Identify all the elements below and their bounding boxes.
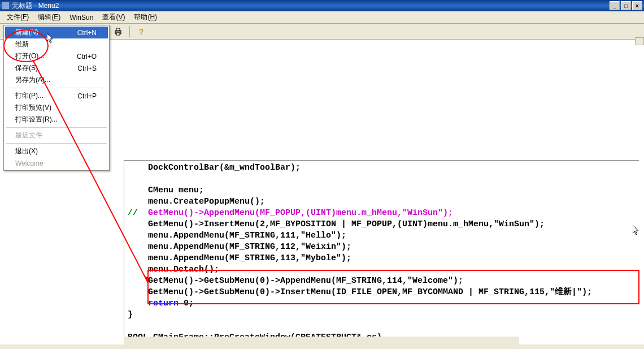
app-icon [2, 2, 10, 10]
menu-save-shortcut: Ctrl+S [77, 64, 97, 72]
code-comment: // [128, 208, 148, 218]
menu-printpreview-label: 打印预览(V) [15, 103, 97, 113]
toolbar-separator [129, 26, 130, 37]
menu-saveas[interactable]: 另存为(A)... [5, 74, 108, 86]
menu-exit-label: 退出(X) [15, 147, 97, 156]
menu-recent-label: 最近文件 [15, 131, 97, 140]
menu-saveas-label: 另存为(A)... [15, 75, 97, 85]
code-keyword: return [148, 299, 179, 308]
menu-print-label: 打印(P)... [15, 91, 77, 101]
menu-view[interactable]: 查看(V) [98, 11, 129, 23]
code-line [128, 299, 148, 308]
help-button[interactable]: ? [135, 25, 147, 38]
menu-file[interactable]: 文件(F) [2, 11, 33, 23]
menu-open-label: 打开(O)... [15, 51, 77, 61]
code-line: menu.AppendMenu(MF_STRING,113,"Mybole"); [128, 253, 351, 263]
menu-recent: 最近文件 [5, 130, 108, 141]
menu-save[interactable]: 保存(S) Ctrl+S [5, 62, 108, 74]
file-menu-dropdown: 新建(N) Ctrl+N 维新 打开(O)... Ctrl+O 保存(S) Ct… [3, 25, 110, 171]
code-line: menu.CreatePopupMenu(); [128, 197, 265, 206]
menu-winsun[interactable]: WinSun [65, 12, 98, 23]
code-line: } [128, 310, 133, 320]
window-buttons: _ □ × [610, 1, 642, 10]
help-icon: ? [137, 27, 146, 36]
menu-print-shortcut: Ctrl+P [77, 92, 97, 100]
menu-weixin-label: 维新 [15, 40, 97, 49]
menu-edit[interactable]: 编辑(E) [33, 11, 65, 23]
code-line: GetMenu()->GetSubMenu(0)->InsertMenu(ID_… [128, 287, 592, 297]
menu-print[interactable]: 打印(P)... Ctrl+P [5, 90, 108, 102]
code-line: GetMenu()->GetSubMenu(0)->AppendMenu(MF_… [128, 276, 463, 286]
svg-rect-1 [116, 28, 120, 31]
window-title: 无标题 - Menu2 [12, 1, 610, 11]
menu-new-shortcut: Ctrl+N [77, 29, 97, 37]
menu-help[interactable]: 帮助(H) [129, 11, 162, 23]
code-line: menu.Detach(); [128, 265, 219, 274]
menu-weixin[interactable]: 维新 [5, 38, 108, 50]
code-editor[interactable]: DockControlBar(&m_wndToolBar); CMenu men… [124, 160, 639, 339]
code-line: CMenu menu; [128, 186, 204, 195]
menu-welcome: Welcome [5, 157, 108, 169]
svg-rect-2 [116, 33, 120, 35]
menu-save-label: 保存(S) [15, 63, 77, 73]
menu-separator [6, 88, 107, 88]
menu-printsetup[interactable]: 打印设置(R)... [5, 114, 108, 126]
scroll-up-button[interactable] [635, 37, 644, 45]
print-button[interactable] [112, 25, 124, 38]
code-line: menu.AppendMenu(MF_STRING,112,"Weixin"); [128, 242, 351, 252]
status-bar [0, 344, 644, 349]
svg-text:?: ? [139, 27, 144, 36]
menu-open-shortcut: Ctrl+O [77, 53, 97, 61]
code-comment: GetMenu()->AppendMenu(MF_POPUP,(UINT)men… [148, 208, 453, 218]
print-icon [114, 27, 123, 36]
minimize-button[interactable]: _ [610, 1, 620, 10]
code-line: menu.AppendMenu(MF_STRING,111,"Hello"); [128, 231, 346, 240]
code-line: DockControlBar(&m_wndToolBar); [128, 163, 301, 173]
menu-new[interactable]: 新建(N) Ctrl+N [5, 27, 108, 38]
title-bar: 无标题 - Menu2 _ □ × [0, 0, 644, 11]
menu-new-label: 新建(N) [15, 28, 77, 37]
code-line: 0; [179, 299, 194, 308]
menu-printsetup-label: 打印设置(R)... [15, 115, 97, 124]
menu-exit[interactable]: 退出(X) [5, 145, 108, 157]
menu-printpreview[interactable]: 打印预览(V) [5, 102, 108, 114]
menu-separator [6, 143, 107, 144]
horizontal-scrollbar[interactable] [124, 337, 519, 344]
menu-welcome-label: Welcome [15, 160, 97, 167]
code-line: GetMenu()->InsertMenu(2,MF_BYPOSITION | … [128, 219, 545, 229]
menu-open[interactable]: 打开(O)... Ctrl+O [5, 50, 108, 62]
close-button[interactable]: × [632, 1, 642, 10]
maximize-button[interactable]: □ [621, 1, 631, 10]
menu-bar: 文件(F) 编辑(E) WinSun 查看(V) 帮助(H) [0, 11, 644, 24]
menu-separator [6, 127, 107, 128]
